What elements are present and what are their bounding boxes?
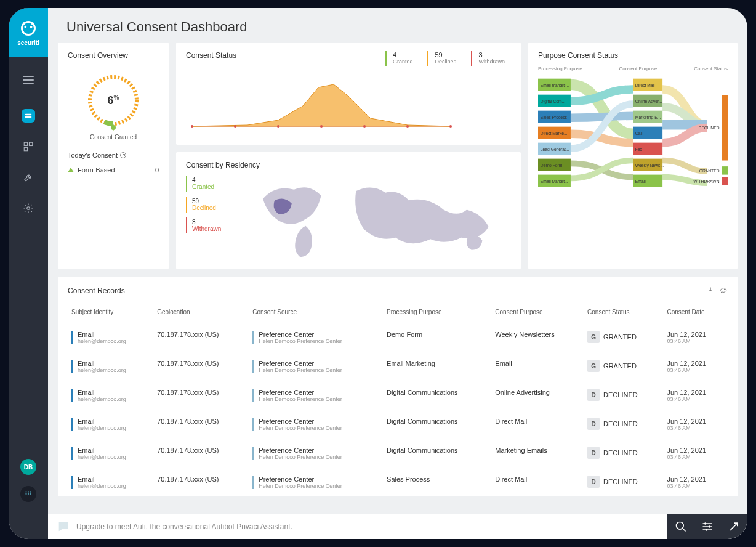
table-header[interactable]: Consent Purpose bbox=[491, 304, 584, 323]
card-consent-records: Consent Records Subject IdentityGeolocat… bbox=[58, 277, 738, 496]
nav-settings-icon[interactable] bbox=[22, 201, 35, 215]
expand-icon[interactable] bbox=[728, 521, 740, 533]
res-declined-l: Declined bbox=[192, 205, 243, 211]
overview-title: Consent Overview bbox=[68, 51, 159, 60]
res-granted-l: Granted bbox=[192, 184, 243, 190]
svg-point-23 bbox=[320, 125, 323, 128]
svg-point-10 bbox=[28, 491, 29, 492]
apps-icon[interactable] bbox=[20, 486, 36, 502]
svg-point-21 bbox=[234, 125, 236, 128]
svg-point-20 bbox=[191, 125, 193, 128]
table-header[interactable]: Geolocation bbox=[153, 304, 249, 323]
svg-point-9 bbox=[25, 491, 26, 492]
svg-point-22 bbox=[277, 125, 279, 128]
table-row[interactable]: Emailhelen@democo.org 70.187.178.xxx (US… bbox=[68, 323, 728, 352]
table-row[interactable]: Emailhelen@democo.org 70.187.178.xxx (US… bbox=[68, 439, 728, 468]
search-icon[interactable] bbox=[675, 521, 687, 533]
menu-toggle[interactable] bbox=[23, 76, 34, 84]
res-withdrawn-l: Withdrawn bbox=[192, 225, 243, 232]
svg-point-1 bbox=[24, 25, 26, 28]
table-row[interactable]: Emailhelen@democo.org 70.187.178.xxx (US… bbox=[68, 352, 728, 381]
svg-text:Fax: Fax bbox=[635, 147, 643, 152]
svg-point-8 bbox=[27, 207, 30, 210]
nav-tools-icon[interactable] bbox=[22, 171, 35, 184]
svg-text:Lead Generat...: Lead Generat... bbox=[541, 147, 569, 152]
table-header[interactable]: Processing Purpose bbox=[383, 304, 491, 323]
svg-rect-4 bbox=[25, 116, 32, 118]
svg-text:Sales Process: Sales Process bbox=[541, 115, 568, 120]
svg-point-26 bbox=[449, 125, 452, 128]
svg-rect-55 bbox=[722, 95, 728, 161]
svg-text:Email Market...: Email Market... bbox=[541, 179, 568, 184]
table-row[interactable]: Emailhelen@democo.org 70.187.178.xxx (US… bbox=[68, 410, 728, 439]
table-header[interactable]: Consent Status bbox=[584, 304, 663, 323]
svg-point-12 bbox=[25, 493, 26, 495]
page-title: Universal Consent Dashboard bbox=[48, 8, 747, 43]
nav-consent-icon[interactable] bbox=[22, 109, 35, 123]
logo-icon bbox=[20, 20, 37, 37]
residency-title: Consent by Residency bbox=[186, 161, 511, 169]
gauge-label: Consent Granted bbox=[68, 134, 159, 140]
today-title: Today's Consent bbox=[68, 152, 118, 159]
filter-icon[interactable] bbox=[701, 521, 714, 533]
chat-icon bbox=[57, 520, 70, 533]
table-row[interactable]: Emailhelen@democo.org 70.187.178.xxx (US… bbox=[68, 381, 728, 410]
svg-point-2 bbox=[30, 25, 33, 28]
svg-text:Weekly News...: Weekly News... bbox=[635, 163, 664, 168]
footer-bar: Upgrade to meet Auti, the conversational… bbox=[48, 514, 747, 539]
svg-text:Direct Mail: Direct Mail bbox=[635, 83, 655, 87]
svg-text:Demo Form: Demo Form bbox=[541, 163, 563, 168]
sidebar: securiti DB bbox=[9, 8, 48, 539]
brand-logo[interactable]: securiti bbox=[9, 8, 48, 57]
svg-text:Online Adver...: Online Adver... bbox=[635, 99, 662, 103]
brand-label: securiti bbox=[17, 39, 39, 46]
table-row[interactable]: Emailhelen@democo.org 70.187.178.xxx (US… bbox=[68, 468, 728, 497]
res-declined-n: 59 bbox=[192, 198, 243, 205]
svg-text:Call: Call bbox=[635, 131, 643, 136]
svg-text:Email marketi...: Email marketi... bbox=[541, 83, 569, 87]
sankey-chart: Email marketi...Digital Com...Sales Proc… bbox=[538, 75, 728, 198]
svg-point-62 bbox=[676, 522, 683, 530]
gauge-value: 6 bbox=[108, 94, 114, 107]
area-chart bbox=[186, 72, 457, 134]
table-header[interactable]: Consent Source bbox=[249, 304, 383, 323]
sankey-h1: Processing Purpose bbox=[538, 66, 582, 71]
table-header[interactable]: Subject Identity bbox=[68, 304, 153, 323]
svg-point-13 bbox=[28, 493, 29, 495]
svg-point-11 bbox=[30, 491, 31, 492]
svg-rect-5 bbox=[24, 142, 27, 145]
triangle-up-icon bbox=[68, 168, 74, 172]
today-item-label: Form-Based bbox=[78, 166, 115, 174]
nav-dashboard-icon[interactable] bbox=[22, 140, 35, 153]
svg-point-25 bbox=[406, 125, 409, 128]
card-consent-status: Consent Status 4Granted 59Declined 3With… bbox=[176, 43, 521, 145]
visibility-off-icon[interactable] bbox=[719, 285, 728, 296]
svg-rect-57 bbox=[722, 166, 728, 174]
today-item-value: 0 bbox=[155, 166, 159, 174]
svg-text:Direct Marke...: Direct Marke... bbox=[541, 131, 568, 136]
svg-text:Email: Email bbox=[635, 179, 646, 184]
status-withdrawn-n: 3 bbox=[478, 51, 505, 59]
svg-text:Digital Com...: Digital Com... bbox=[541, 99, 565, 104]
world-map bbox=[247, 176, 511, 261]
status-withdrawn-l: Withdrawn bbox=[478, 59, 505, 65]
user-badge[interactable]: DB bbox=[20, 459, 36, 475]
status-granted-l: Granted bbox=[393, 59, 413, 65]
gauge-consent: 6% bbox=[82, 70, 144, 131]
status-declined-n: 59 bbox=[435, 51, 456, 59]
table-header[interactable]: Consent Date bbox=[663, 304, 728, 323]
card-consent-overview: Consent Overview 6% Consent Granted Toda… bbox=[58, 43, 169, 269]
svg-point-24 bbox=[363, 125, 366, 128]
status-title: Consent Status bbox=[186, 51, 236, 60]
gauge-unit: % bbox=[114, 94, 119, 101]
download-icon[interactable] bbox=[707, 285, 714, 296]
footer-message: Upgrade to meet Auti, the conversational… bbox=[76, 522, 292, 531]
status-granted-n: 4 bbox=[393, 51, 413, 59]
svg-text:DECLINED: DECLINED bbox=[699, 126, 720, 130]
status-declined-l: Declined bbox=[435, 59, 456, 65]
svg-text:Marketing E...: Marketing E... bbox=[635, 115, 661, 120]
svg-point-69 bbox=[706, 529, 707, 530]
records-title: Consent Records bbox=[68, 286, 125, 295]
res-granted-n: 4 bbox=[192, 177, 243, 184]
svg-rect-3 bbox=[25, 114, 32, 116]
